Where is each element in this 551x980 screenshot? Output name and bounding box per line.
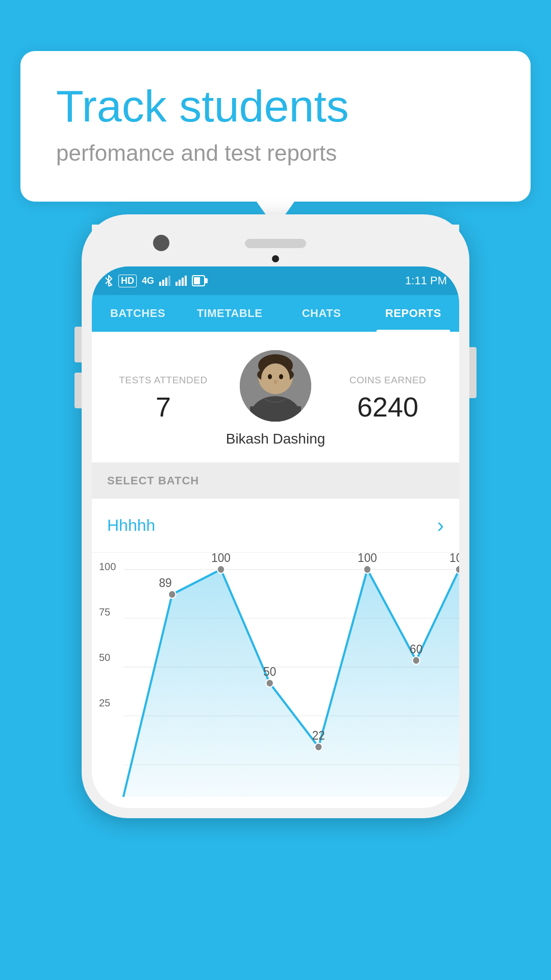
- bluetooth-icon: [104, 275, 113, 286]
- svg-point-30: [456, 566, 459, 573]
- phone-mockup: HD 4G: [82, 214, 469, 818]
- svg-rect-5: [179, 280, 181, 286]
- svg-point-29: [412, 656, 419, 664]
- svg-rect-6: [182, 278, 184, 286]
- svg-point-12: [261, 363, 290, 394]
- camera: [153, 235, 169, 251]
- tab-batches[interactable]: BATCHES: [92, 295, 184, 332]
- signal1-icon: [159, 276, 170, 286]
- battery-icon: [192, 275, 205, 286]
- profile-name: Bikash Dashing: [226, 431, 325, 447]
- svg-point-24: [168, 591, 176, 598]
- profile-section: TESTS ATTENDED 7: [92, 332, 459, 463]
- profile-center: Bikash Dashing: [219, 350, 332, 447]
- svg-marker-23: [123, 570, 459, 797]
- select-batch-header: SELECT BATCH: [92, 463, 459, 499]
- coins-earned-label: COINS EARNED: [332, 375, 444, 386]
- svg-point-25: [217, 566, 224, 573]
- tab-reports[interactable]: REPORTS: [367, 295, 459, 332]
- svg-rect-2: [165, 278, 167, 286]
- earpiece: [272, 255, 279, 262]
- svg-point-27: [315, 743, 322, 751]
- svg-point-26: [266, 679, 273, 687]
- svg-text:100: 100: [358, 553, 377, 565]
- svg-text:50: 50: [263, 665, 276, 679]
- status-left-icons: HD 4G: [104, 275, 205, 287]
- svg-text:100: 100: [211, 553, 231, 565]
- svg-text:22: 22: [312, 729, 325, 743]
- coins-earned-value: 6240: [332, 391, 444, 423]
- 4g-label: 4G: [142, 276, 154, 286]
- svg-text:60: 60: [410, 642, 422, 656]
- tests-attended-stat: TESTS ATTENDED 7: [107, 375, 219, 423]
- avatar-image: [240, 350, 311, 422]
- coins-earned-stat: COINS EARNED 6240: [332, 375, 444, 423]
- nav-tabs: BATCHES TIMETABLE CHATS REPORTS: [92, 295, 459, 332]
- signal2-icon: [176, 276, 187, 286]
- svg-point-15: [274, 380, 277, 384]
- svg-point-13: [268, 374, 272, 379]
- chart-area: 100 75 50 25: [92, 553, 459, 808]
- bubble-subtitle: perfomance and test reports: [56, 140, 495, 166]
- tab-timetable[interactable]: TIMETABLE: [184, 295, 276, 332]
- svg-rect-0: [159, 282, 161, 286]
- chevron-right-icon: ›: [437, 514, 444, 537]
- phone-screen: HD 4G: [92, 266, 459, 808]
- vol-button-2: [74, 373, 82, 408]
- power-button: [469, 347, 477, 398]
- svg-text:100: 100: [449, 553, 459, 565]
- svg-point-14: [279, 374, 283, 379]
- avatar: [240, 350, 311, 422]
- line-chart: 89 100 50 22 100 60 100: [92, 553, 459, 808]
- speech-bubble: Track students perfomance and test repor…: [20, 51, 531, 202]
- svg-point-28: [364, 566, 371, 573]
- tests-attended-value: 7: [107, 391, 219, 423]
- tests-attended-label: TESTS ATTENDED: [107, 375, 219, 386]
- batch-name: Hhhhh: [107, 516, 155, 535]
- speaker: [245, 239, 306, 248]
- batch-row[interactable]: Hhhhh ›: [92, 499, 459, 553]
- svg-rect-3: [168, 276, 170, 286]
- svg-text:89: 89: [159, 576, 171, 590]
- tab-chats[interactable]: CHATS: [276, 295, 367, 332]
- svg-rect-7: [185, 276, 187, 286]
- svg-rect-4: [176, 282, 178, 286]
- vol-button-1: [74, 327, 82, 362]
- select-batch-label: SELECT BATCH: [107, 474, 444, 487]
- hd-label: HD: [118, 275, 137, 287]
- status-time: 1:11 PM: [405, 274, 447, 287]
- svg-rect-1: [162, 280, 164, 286]
- status-bar: HD 4G: [92, 266, 459, 295]
- svg-rect-17: [250, 406, 301, 422]
- bubble-title: Track students: [56, 82, 495, 131]
- phone-top: [92, 225, 459, 236]
